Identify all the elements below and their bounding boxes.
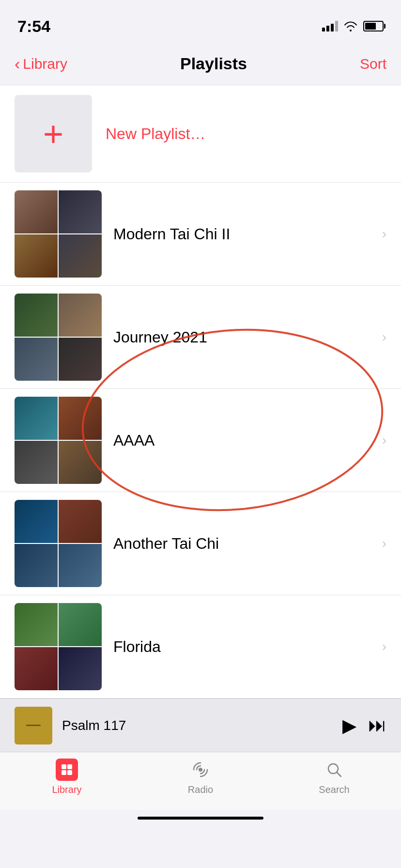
chevron-right-icon: › — [382, 433, 386, 448]
album-cell — [15, 234, 58, 278]
album-art-grid — [15, 294, 102, 381]
album-cell — [15, 544, 58, 587]
svg-point-5 — [199, 768, 202, 772]
playlists-content: + New Playlist… Modern Tai Chi II › Jour… — [0, 85, 401, 698]
tab-bar: Library Radio Search — [0, 752, 401, 810]
playback-controls: ▶ ⏭ — [342, 715, 386, 736]
home-indicator — [0, 810, 401, 826]
playlist-name: Journey 2021 — [113, 328, 207, 346]
radio-icon — [191, 760, 210, 779]
chevron-right-icon: › — [382, 226, 386, 242]
playlist-name: Florida — [113, 638, 161, 655]
chevron-right-icon: › — [382, 329, 386, 345]
album-cell — [59, 603, 102, 646]
album-cell — [15, 500, 58, 543]
plus-icon: + — [43, 116, 63, 151]
new-playlist-icon: + — [15, 95, 92, 172]
playlist-name: Modern Tai Chi II — [113, 225, 230, 243]
chevron-right-icon: › — [382, 536, 386, 551]
now-playing-artwork — [15, 707, 52, 744]
playlist-info: Another Tai Chi — [113, 535, 376, 553]
now-playing-bar[interactable]: Psalm 117 ▶ ⏭ — [0, 698, 401, 752]
page-title: Playlists — [180, 54, 247, 73]
artwork-detail — [26, 725, 41, 726]
playlist-info: Florida — [113, 638, 376, 656]
playlist-info: Modern Tai Chi II — [113, 225, 376, 243]
radio-tab-label: Radio — [188, 784, 213, 795]
album-art-grid — [15, 397, 102, 484]
playlist-info: AAAA — [113, 432, 376, 450]
new-playlist-label: New Playlist… — [106, 125, 205, 143]
search-icon — [324, 760, 344, 779]
library-icon-wrap — [55, 758, 78, 781]
album-cell — [15, 397, 58, 440]
svg-rect-3 — [62, 770, 66, 775]
home-bar — [138, 817, 263, 820]
search-tab-label: Search — [319, 784, 349, 795]
album-cell — [59, 647, 102, 690]
playlist-row[interactable]: Florida › — [0, 595, 401, 698]
playlist-name: AAAA — [113, 432, 154, 449]
nav-header: ‹ Library Playlists Sort — [0, 43, 401, 85]
back-button[interactable]: ‹ Library — [15, 54, 67, 73]
playlist-row[interactable]: Modern Tai Chi II › — [0, 183, 401, 286]
album-cell — [59, 397, 102, 440]
playlist-row[interactable]: AAAA › — [0, 389, 401, 492]
album-cell — [15, 338, 58, 381]
album-cell — [59, 190, 102, 233]
svg-rect-2 — [67, 764, 72, 769]
album-cell — [59, 338, 102, 381]
album-art-grid — [15, 603, 102, 690]
album-cell — [59, 500, 102, 543]
radio-icon-wrap — [189, 758, 212, 781]
tab-search[interactable]: Search — [267, 758, 401, 795]
album-art-grid — [15, 190, 102, 278]
album-cell — [59, 234, 102, 278]
album-cell — [59, 441, 102, 484]
svg-rect-1 — [62, 764, 66, 769]
music-library-icon — [60, 763, 74, 776]
album-cell — [59, 544, 102, 587]
chevron-left-icon: ‹ — [15, 54, 20, 73]
album-art-grid — [15, 500, 102, 587]
library-icon — [56, 759, 78, 781]
playlist-row[interactable]: Another Tai Chi › — [0, 492, 401, 595]
battery-icon — [363, 21, 384, 31]
album-cell — [15, 294, 58, 337]
wifi-icon — [344, 21, 357, 31]
status-bar: 7:54 — [0, 0, 401, 43]
chevron-right-icon: › — [382, 639, 386, 654]
back-label: Library — [23, 56, 67, 72]
skip-forward-button[interactable]: ⏭ — [368, 715, 386, 736]
playlist-row[interactable]: Journey 2021 › — [0, 286, 401, 389]
sort-button[interactable]: Sort — [360, 56, 386, 72]
library-tab-label: Library — [52, 784, 81, 795]
status-time: 7:54 — [17, 17, 50, 36]
svg-rect-4 — [67, 770, 72, 775]
now-playing-title: Psalm 117 — [62, 718, 342, 733]
album-cell — [59, 294, 102, 337]
album-cell — [15, 441, 58, 484]
playlist-name: Another Tai Chi — [113, 535, 219, 552]
play-button[interactable]: ▶ — [342, 715, 356, 736]
new-playlist-row[interactable]: + New Playlist… — [0, 85, 401, 183]
tab-radio[interactable]: Radio — [134, 758, 267, 795]
playlist-info: Journey 2021 — [113, 328, 376, 346]
svg-line-7 — [337, 773, 341, 777]
album-cell — [15, 603, 58, 646]
album-cell — [15, 647, 58, 690]
signal-icon — [322, 21, 338, 31]
status-icons — [322, 21, 384, 31]
tab-library[interactable]: Library — [0, 758, 134, 795]
search-icon-wrap — [323, 758, 346, 781]
album-cell — [15, 190, 58, 233]
